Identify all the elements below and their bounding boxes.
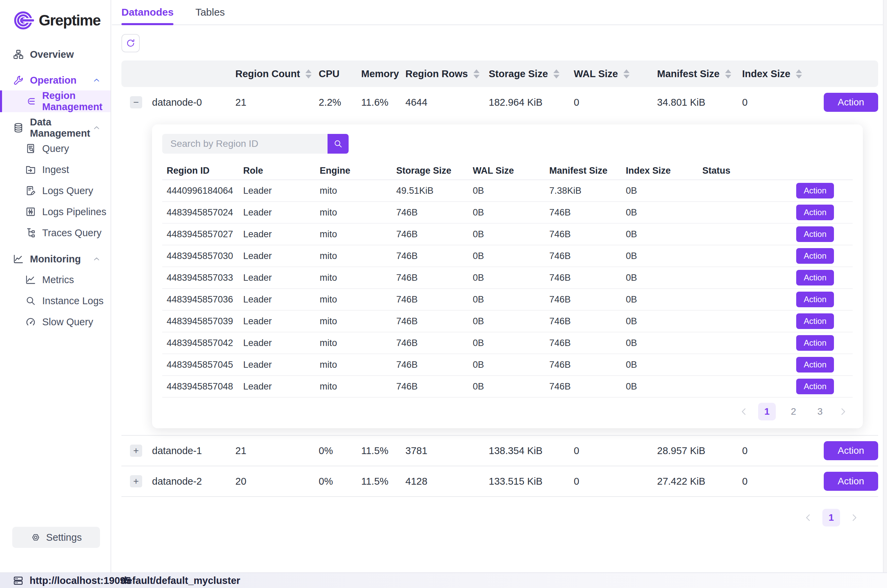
sidebar-item-data-management[interactable]: Data Management	[0, 118, 111, 138]
collapse-row-button[interactable]: −	[130, 96, 142, 108]
sidebar-item-operation[interactable]: Operation	[0, 70, 111, 90]
region-action-button[interactable]: Action	[796, 270, 834, 285]
region-search-input[interactable]	[162, 134, 328, 154]
brand-logo[interactable]: Greptime	[0, 0, 111, 31]
region-action-button[interactable]: Action	[796, 292, 834, 307]
prev-page-button[interactable]	[739, 406, 749, 417]
sort-buttons[interactable]	[796, 69, 802, 78]
search-icon	[25, 296, 36, 306]
sort-asc-icon[interactable]	[553, 69, 559, 73]
region-action-button[interactable]: Action	[796, 335, 834, 351]
region-cell-role: Leader	[239, 338, 315, 348]
sidebar-item-overview[interactable]: Overview	[0, 44, 111, 64]
greptime-logo-icon	[14, 10, 34, 31]
prev-page-button[interactable]	[803, 513, 813, 523]
region-cell-region-id: 4483945857027	[162, 229, 239, 240]
regions-pagination: 123	[162, 403, 852, 420]
sidebar-item-logs-pipelines[interactable]: Logs Pipelines	[0, 201, 111, 222]
region-action-button[interactable]: Action	[796, 226, 834, 242]
next-page-button[interactable]	[838, 406, 848, 417]
sort-desc-icon[interactable]	[725, 75, 731, 78]
sort-asc-icon[interactable]	[796, 69, 802, 73]
region-cell-index-size: 0B	[621, 251, 698, 261]
region-management-icon	[25, 96, 36, 107]
page-button-3[interactable]: 3	[811, 403, 829, 420]
traces-icon	[25, 227, 36, 238]
sidebar-item-query[interactable]: Query	[0, 138, 111, 159]
sidebar-item-logs-query[interactable]: Logs Query	[0, 180, 111, 201]
chevron-up-icon[interactable]	[92, 76, 101, 85]
sort-desc-icon[interactable]	[474, 75, 480, 78]
action-button[interactable]: Action	[824, 441, 878, 460]
region-cell-role: Leader	[239, 294, 315, 305]
sort-buttons[interactable]	[725, 69, 731, 78]
search-button[interactable]	[328, 134, 349, 154]
server-icon	[13, 575, 24, 586]
cell-wal-size: 0	[574, 97, 657, 108]
sort-desc-icon[interactable]	[305, 75, 311, 78]
region-cell-index-size: 0B	[621, 294, 698, 305]
page-scrollbar[interactable]	[883, 0, 887, 572]
cell-region-count: 21	[235, 445, 319, 456]
region-action-button[interactable]: Action	[796, 205, 834, 220]
refresh-button[interactable]	[122, 34, 140, 52]
next-page-button[interactable]	[849, 513, 859, 523]
sidebar-item-label: Overview	[30, 49, 74, 60]
expand-row-button[interactable]: +	[130, 475, 142, 488]
region-cell-manifest-size: 746B	[545, 316, 621, 327]
sidebar-item-instance-logs[interactable]: Instance Logs	[0, 290, 111, 311]
cell-storage-size: 138.354 KiB	[489, 445, 574, 456]
region-action-button[interactable]: Action	[796, 379, 834, 394]
sidebar-item-label: Slow Query	[42, 316, 93, 328]
sidebar-item-region-management[interactable]: Region Management	[0, 90, 111, 112]
sidebar-item-metrics[interactable]: Metrics	[0, 269, 111, 290]
cluster-name[interactable]: default/default_mycluster	[121, 575, 240, 586]
tab-datanodes[interactable]: Datanodes	[122, 0, 173, 24]
sort-asc-icon[interactable]	[474, 69, 480, 73]
sort-buttons[interactable]	[624, 69, 630, 78]
action-button[interactable]: Action	[824, 93, 878, 112]
region-action-button[interactable]: Action	[796, 357, 834, 372]
column-header-label: Region Count	[235, 68, 300, 80]
settings-button[interactable]: Settings	[12, 527, 100, 548]
sort-buttons[interactable]	[305, 69, 311, 78]
sort-desc-icon[interactable]	[553, 75, 559, 78]
page-button-1[interactable]: 1	[758, 403, 776, 420]
action-button[interactable]: Action	[824, 472, 878, 491]
server-url[interactable]: http://localhost:19095	[30, 575, 131, 586]
sort-asc-icon[interactable]	[305, 69, 311, 73]
expand-row-button[interactable]: +	[130, 445, 142, 457]
query-icon	[25, 143, 36, 154]
main-content: Datanodes Tables Region CountCPUMemoryRe…	[112, 0, 883, 572]
metrics-chart-icon	[25, 274, 36, 285]
sidebar-item-slow-query[interactable]: Slow Query	[0, 311, 111, 332]
tab-tables[interactable]: Tables	[195, 0, 225, 24]
region-cell-manifest-size: 746B	[545, 381, 621, 392]
region-action-button[interactable]: Action	[796, 248, 834, 264]
sidebar-item-label: Instance Logs	[42, 296, 104, 307]
region-column-header-manifest-size: Manifest Size	[545, 165, 621, 176]
tab-bar: Datanodes Tables	[112, 0, 883, 25]
column-header-storage-size: Storage Size	[489, 68, 574, 80]
page-button-1[interactable]: 1	[822, 509, 840, 526]
sort-asc-icon[interactable]	[725, 69, 731, 73]
regions-header: Region IDRoleEngineStorage SizeWAL SizeM…	[162, 162, 852, 180]
sidebar-item-monitoring[interactable]: Monitoring	[0, 249, 111, 269]
region-action-button[interactable]: Action	[796, 314, 834, 329]
region-action-button[interactable]: Action	[796, 183, 834, 198]
sort-desc-icon[interactable]	[624, 75, 630, 78]
sort-desc-icon[interactable]	[796, 75, 802, 78]
sidebar-item-label: Monitoring	[30, 254, 81, 265]
sidebar: Greptime OverviewOperationRegion Managem…	[0, 0, 111, 572]
sidebar-item-traces-query[interactable]: Traces Query	[0, 222, 111, 243]
chevron-up-icon[interactable]	[92, 255, 101, 263]
sort-asc-icon[interactable]	[624, 69, 630, 73]
region-cell-index-size: 0B	[621, 273, 698, 283]
sidebar-item-ingest[interactable]: Ingest	[0, 159, 111, 180]
sort-buttons[interactable]	[553, 69, 559, 78]
cell-region-rows: 4128	[405, 476, 489, 487]
sort-buttons[interactable]	[474, 69, 480, 78]
datanode-name: datanode-1	[152, 445, 235, 456]
chevron-up-icon[interactable]	[92, 123, 101, 132]
page-button-2[interactable]: 2	[785, 403, 802, 420]
